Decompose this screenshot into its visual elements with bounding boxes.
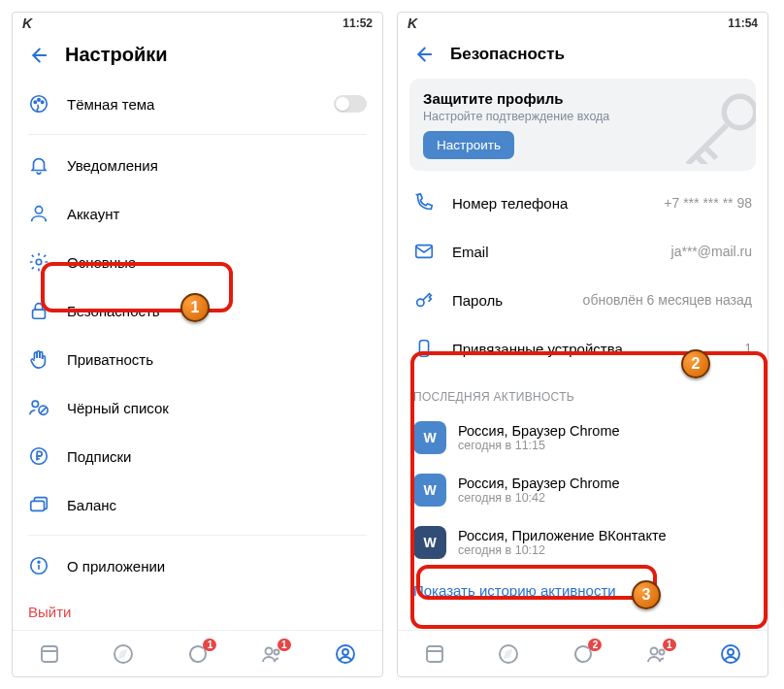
bottom-nav: 1 1 (13, 630, 382, 676)
sidebar-item-security[interactable]: Безопасность (13, 286, 382, 335)
sidebar-item-about[interactable]: О приложении (13, 541, 382, 590)
info-icon (28, 555, 49, 576)
phone-value: +7 *** *** ** 98 (664, 195, 752, 211)
password-row[interactable]: Пароль обновлён 6 месяцев назад (398, 276, 768, 324)
password-label: Пароль (452, 292, 566, 309)
svg-point-23 (343, 649, 348, 655)
page-title: Настройки (65, 44, 168, 66)
nav-feed-icon[interactable] (423, 642, 446, 666)
session-title: Россия, Браузер Chrome (458, 476, 620, 491)
protect-profile-card: Защитите профиль Настройте подтверждение… (409, 79, 756, 171)
svg-point-25 (724, 96, 755, 127)
svg-rect-33 (427, 646, 442, 662)
vk-logo-icon: W (413, 526, 446, 559)
devices-value: 1 (744, 341, 752, 356)
header: Настройки (13, 34, 382, 80)
svg-line-27 (697, 156, 708, 165)
svg-point-5 (35, 207, 42, 213)
svg-point-15 (38, 561, 40, 563)
gear-icon (28, 251, 49, 273)
phone-label: Номер телефона (452, 195, 646, 212)
end-sessions-link[interactable]: Завершить все сеансы (398, 612, 768, 630)
label: О приложении (67, 558, 367, 574)
session-row[interactable]: W Россия, Приложение ВКонтакте сегодня в… (398, 516, 768, 569)
dark-theme-toggle[interactable] (334, 95, 367, 113)
header: Безопасность (398, 34, 768, 79)
time: 11:52 (343, 16, 373, 30)
divider (28, 134, 367, 135)
sidebar-item-privacy[interactable]: Приватность (13, 335, 382, 383)
nav-discover-icon[interactable] (112, 642, 135, 666)
session-subtitle: сегодня в 11:15 (458, 439, 620, 452)
svg-marker-19 (119, 650, 126, 658)
session-row[interactable]: W Россия, Браузер Chrome сегодня в 11:15 (398, 411, 768, 464)
status-bar: K 11:52 (13, 13, 382, 34)
cards-icon (28, 494, 49, 515)
vk-logo-icon: W (413, 421, 446, 454)
bottom-nav: 2 1 (398, 630, 768, 676)
ruble-icon (28, 445, 49, 467)
show-history-link[interactable]: Показать историю активности (398, 569, 768, 612)
key-icon (674, 86, 756, 164)
time: 11:54 (728, 16, 758, 30)
nav-messages-badge: 2 (588, 639, 602, 651)
nav-discover-icon[interactable] (497, 642, 520, 666)
configure-button[interactable]: Настроить (423, 131, 514, 159)
label: Безопасность (67, 303, 367, 319)
nav-friends-icon[interactable]: 1 (260, 642, 283, 666)
sidebar-item-general[interactable]: Основные (13, 238, 382, 286)
nav-messages-icon[interactable]: 1 (185, 642, 209, 666)
carrier-k: K (408, 16, 417, 31)
label: Основные (67, 254, 367, 271)
label: Баланс (67, 497, 367, 513)
nav-feed-icon[interactable] (38, 642, 61, 666)
bell-icon (28, 154, 49, 176)
phone-row[interactable]: Номер телефона +7 *** *** ** 98 (398, 179, 768, 227)
logout-button[interactable]: Выйти (13, 590, 382, 630)
svg-point-38 (659, 649, 664, 654)
nav-messages-icon[interactable]: 2 (571, 642, 594, 666)
label: Приватность (67, 351, 367, 368)
svg-rect-12 (31, 501, 45, 510)
sidebar-item-balance[interactable]: Баланс (13, 480, 382, 529)
nav-profile-icon[interactable] (719, 642, 742, 666)
divider (28, 535, 367, 536)
status-bar: K 11:54 (398, 13, 768, 34)
nav-profile-icon[interactable] (334, 642, 357, 666)
vk-logo-icon: W (413, 474, 446, 507)
session-row[interactable]: W Россия, Браузер Chrome сегодня в 10:42 (398, 464, 768, 516)
person-icon (28, 203, 49, 224)
devices-label: Привязанные устройства (452, 341, 727, 357)
sidebar-item-subscriptions[interactable]: Подписки (13, 432, 382, 480)
sidebar-item-notifications[interactable]: Уведомления (13, 141, 382, 189)
dark-theme-label: Тёмная тема (67, 96, 316, 113)
svg-point-20 (265, 647, 272, 654)
svg-point-37 (650, 647, 657, 654)
activity-section-header: ПОСЛЕДНЯЯ АКТИВНОСТЬ (398, 373, 768, 411)
palette-icon (28, 93, 49, 115)
nav-friends-badge: 1 (663, 639, 676, 651)
phone-icon (413, 192, 435, 213)
security-screen: K 11:54 Безопасность Защитите профиль На… (397, 12, 768, 677)
nav-friends-icon[interactable]: 1 (645, 642, 669, 666)
sidebar-item-blacklist[interactable]: Чёрный список (13, 383, 382, 432)
email-row[interactable]: Email ja***@mail.ru (398, 227, 768, 276)
carrier-k: K (22, 16, 32, 31)
back-arrow-icon[interactable] (26, 45, 48, 66)
back-arrow-icon[interactable] (411, 44, 433, 65)
svg-marker-36 (505, 650, 511, 658)
label: Подписки (67, 448, 367, 465)
svg-rect-7 (33, 310, 46, 318)
label: Аккаунт (67, 206, 367, 222)
svg-line-26 (688, 125, 728, 164)
svg-point-4 (41, 101, 43, 103)
mail-icon (413, 241, 435, 262)
devices-row[interactable]: Привязанные устройства 1 (398, 324, 768, 373)
dark-theme-row[interactable]: Тёмная тема (13, 80, 382, 128)
sidebar-item-account[interactable]: Аккаунт (13, 189, 382, 238)
people-block-icon (28, 397, 49, 418)
svg-point-8 (32, 401, 38, 407)
label: Уведомления (67, 157, 367, 174)
svg-point-3 (38, 99, 40, 101)
lock-icon (28, 300, 49, 321)
